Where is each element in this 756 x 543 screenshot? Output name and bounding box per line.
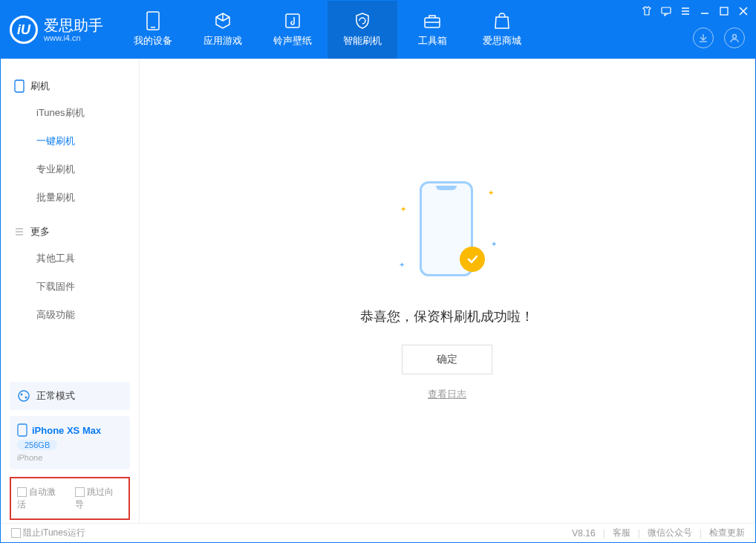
- header: iU 爱思助手 www.i4.cn 我的设备 应用游戏 铃声壁纸 智能刷机 工具…: [1, 1, 755, 59]
- nav-my-device[interactable]: 我的设备: [118, 1, 188, 59]
- device-info-box[interactable]: iPhone XS Max 256GB iPhone: [10, 416, 130, 469]
- app-name: 爱思助手: [44, 17, 103, 33]
- checkbox-skip-guide[interactable]: 跳过向导: [75, 486, 123, 511]
- svg-point-6: [733, 35, 737, 39]
- nav-toolbox[interactable]: 工具箱: [397, 1, 467, 59]
- nav-label: 应用游戏: [203, 34, 242, 48]
- wechat-link[interactable]: 微信公众号: [648, 527, 692, 539]
- sidebar-item-download-firmware[interactable]: 下载固件: [1, 273, 139, 301]
- svg-rect-1: [151, 27, 155, 28]
- user-icon[interactable]: [724, 27, 745, 48]
- version-label: V8.16: [572, 528, 595, 539]
- sidebar: 刷机 iTunes刷机 一键刷机 专业刷机 批量刷机 更多 其他工具 下载固件 …: [1, 59, 139, 523]
- toolbox-icon: [423, 12, 441, 30]
- sidebar-item-advanced[interactable]: 高级功能: [1, 301, 139, 329]
- app-logo: iU 爱思助手 www.i4.cn: [10, 16, 118, 44]
- support-link[interactable]: 客服: [613, 527, 630, 539]
- checkmark-badge-icon: [460, 247, 485, 272]
- checkbox-icon: [11, 528, 21, 538]
- sidebar-section-flash: 刷机: [1, 74, 139, 99]
- ok-button[interactable]: 确定: [402, 345, 492, 374]
- svg-point-8: [19, 391, 29, 401]
- download-icon[interactable]: [693, 27, 714, 48]
- nav-ringtones[interactable]: 铃声壁纸: [258, 1, 328, 59]
- maximize-icon[interactable]: [718, 5, 730, 17]
- logo-icon: iU: [10, 16, 38, 44]
- svg-point-9: [21, 394, 23, 396]
- check-update-link[interactable]: 检查更新: [709, 527, 745, 539]
- nav-smart-flash[interactable]: 智能刷机: [328, 1, 397, 59]
- status-bar: 阻止iTunes运行 V8.16 | 客服 | 微信公众号 | 检查更新: [1, 523, 755, 542]
- checkbox-block-itunes[interactable]: 阻止iTunes运行: [11, 527, 85, 539]
- svg-rect-11: [18, 424, 27, 436]
- music-note-icon: [284, 12, 302, 30]
- refresh-shield-icon: [353, 12, 371, 30]
- svg-rect-2: [286, 14, 299, 27]
- success-illustration: ✦ ✦ ✦ ✦: [414, 181, 480, 285]
- feedback-icon[interactable]: [660, 5, 672, 17]
- checkbox-icon: [75, 487, 85, 497]
- sidebar-item-oneclick-flash[interactable]: 一键刷机: [1, 127, 139, 155]
- device-name-text: iPhone XS Max: [32, 425, 101, 436]
- highlighted-options: 自动激活 跳过向导: [10, 477, 130, 520]
- window-controls: [641, 5, 749, 17]
- bag-icon: [493, 12, 511, 30]
- section-title: 刷机: [30, 79, 50, 93]
- svg-rect-5: [720, 7, 728, 15]
- close-icon[interactable]: [737, 5, 749, 17]
- device-icon: [144, 12, 162, 30]
- sidebar-item-other-tools[interactable]: 其他工具: [1, 244, 139, 273]
- cube-icon: [214, 12, 232, 30]
- checkbox-auto-activate[interactable]: 自动激活: [17, 486, 65, 511]
- mode-label: 正常模式: [36, 389, 75, 403]
- device-type: iPhone: [17, 453, 123, 462]
- device-mode-box[interactable]: 正常模式: [10, 382, 130, 410]
- svg-rect-4: [662, 7, 671, 13]
- tshirt-icon[interactable]: [641, 5, 653, 17]
- svg-rect-7: [15, 80, 24, 92]
- main-content: ✦ ✦ ✦ ✦ 恭喜您，保资料刷机成功啦！ 确定 查看日志: [139, 59, 755, 523]
- success-message: 恭喜您，保资料刷机成功啦！: [360, 308, 534, 325]
- sparkle-icon: ✦: [399, 261, 405, 269]
- nav-label: 铃声壁纸: [273, 34, 312, 48]
- checkbox-icon: [17, 487, 27, 497]
- nav-label: 工具箱: [418, 34, 447, 48]
- nav-label: 智能刷机: [343, 34, 382, 48]
- device-capacity: 256GB: [17, 440, 57, 450]
- svg-point-10: [25, 397, 27, 399]
- nav-label: 我的设备: [134, 34, 172, 48]
- phone-small-icon: [14, 79, 25, 93]
- section-title: 更多: [30, 225, 50, 238]
- sidebar-section-more: 更多: [1, 219, 139, 244]
- device-small-icon: [17, 423, 27, 437]
- menu-icon[interactable]: [680, 5, 691, 17]
- sparkle-icon: ✦: [491, 240, 497, 248]
- checkbox-label: 阻止iTunes运行: [23, 527, 85, 538]
- header-actions: [693, 27, 745, 48]
- nav-label: 爱思商城: [483, 34, 521, 48]
- nav-store[interactable]: 爱思商城: [467, 1, 537, 59]
- view-log-link[interactable]: 查看日志: [428, 388, 466, 401]
- app-domain: www.i4.cn: [44, 33, 103, 42]
- list-icon: [14, 227, 25, 237]
- mode-icon: [17, 389, 30, 403]
- sparkle-icon: ✦: [488, 189, 494, 197]
- sidebar-item-itunes-flash[interactable]: iTunes刷机: [1, 99, 139, 127]
- sidebar-item-pro-flash[interactable]: 专业刷机: [1, 155, 139, 183]
- sidebar-item-batch-flash[interactable]: 批量刷机: [1, 183, 139, 212]
- sparkle-icon: ✦: [400, 205, 406, 213]
- minimize-icon[interactable]: [699, 5, 711, 17]
- nav-apps-games[interactable]: 应用游戏: [188, 1, 258, 59]
- top-nav: 我的设备 应用游戏 铃声壁纸 智能刷机 工具箱 爱思商城: [118, 1, 537, 59]
